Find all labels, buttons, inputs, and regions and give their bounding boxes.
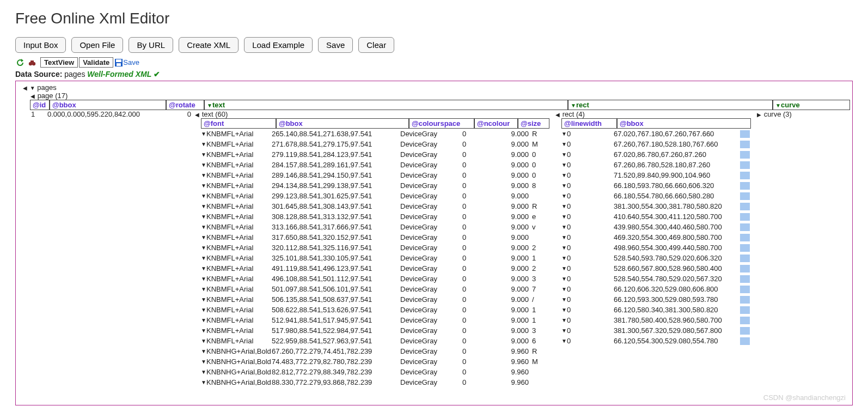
open-file-button[interactable]: Open File (71, 37, 123, 53)
tree-page-row[interactable]: page (17) (30, 92, 850, 100)
expand-icon[interactable] (201, 183, 206, 189)
expand-icon[interactable] (201, 338, 206, 344)
expand-icon[interactable] (561, 141, 567, 147)
rect-row[interactable]: 066.120,580.340,381.300,580.820 (561, 305, 756, 315)
expand-icon[interactable] (201, 214, 206, 220)
rect-row[interactable]: 0528.660,567.800,528.960,580.400 (561, 263, 756, 274)
text-row[interactable]: KNBMFL+Arial299.123,88.541,301.625,97.54… (201, 191, 555, 201)
collapse-icon[interactable] (555, 112, 560, 118)
expand-icon[interactable] (561, 214, 567, 220)
collapse-icon[interactable] (194, 112, 200, 118)
rect-row[interactable]: 0381.300,567.320,529.080,567.800 (561, 325, 756, 336)
expand-icon[interactable] (561, 245, 567, 251)
rect-row[interactable]: 067.020,767.180,67.260,767.660 (561, 129, 756, 139)
rect-row[interactable]: 0439.980,554.300,440.460,580.700 (561, 222, 756, 232)
text-row[interactable]: KNBMFL+Arial294.134,88.541,299.138,97.54… (201, 180, 555, 191)
rect-row[interactable]: 0410.640,554.300,411.120,580.700 (561, 211, 756, 222)
rect-row[interactable]: 067.260,86.780,528.180,87.260 (561, 160, 756, 170)
rect-row[interactable]: 067.020,86.780,67.260,87.260 (561, 149, 756, 160)
expand-icon[interactable] (561, 152, 567, 157)
expand-icon[interactable] (561, 328, 567, 334)
text-row[interactable]: KNBNHG+Arial,Bold74.483,772.279,82.780,7… (201, 356, 555, 367)
text-row[interactable]: KNBMFL+Arial496.108,88.541,501.112,97.54… (201, 274, 555, 284)
text-row[interactable]: KNBMFL+Arial271.678,88.541,279.175,97.54… (201, 139, 555, 149)
expand-icon[interactable] (561, 224, 567, 230)
expand-icon[interactable] (201, 276, 206, 282)
rect-row[interactable]: 0381.780,580.400,528.960,580.700 (561, 315, 756, 325)
expand-icon[interactable] (561, 276, 567, 282)
expand-icon[interactable] (201, 224, 206, 230)
collapse-icon[interactable] (30, 93, 35, 99)
col-size[interactable]: @size (518, 118, 549, 129)
rect-row[interactable]: 071.520,89.840,99.900,104.960 (561, 170, 756, 180)
col-font[interactable]: @font (201, 118, 276, 129)
tree-root-row[interactable]: pages (22, 83, 850, 92)
col-id[interactable]: @id (30, 100, 50, 110)
expand-icon[interactable] (561, 338, 567, 344)
expand-icon[interactable] (201, 369, 206, 375)
expand-icon[interactable] (561, 307, 567, 313)
expand-icon[interactable] (561, 183, 567, 189)
text-node-row[interactable]: text (60) (194, 110, 555, 118)
text-row[interactable]: KNBNHG+Arial,Bold88.330,772.279,93.868,7… (201, 377, 555, 387)
expand-icon[interactable] (756, 112, 762, 118)
text-row[interactable]: KNBMFL+Arial501.097,88.541,506.101,97.54… (201, 284, 555, 294)
text-row[interactable]: KNBNHG+Arial,Bold82.812,772.279,88.349,7… (201, 367, 555, 377)
curve-node-row[interactable]: curve (3) (756, 110, 850, 118)
refresh-icon[interactable] (15, 58, 25, 68)
text-row[interactable]: KNBMFL+Arial265.140,88.541,271.638,97.54… (201, 129, 555, 139)
expand-icon[interactable] (201, 162, 206, 168)
rect-row[interactable]: 0469.320,554.300,469.800,580.700 (561, 232, 756, 243)
rect-row[interactable]: 066.180,554.780,66.660,580.280 (561, 191, 756, 201)
expand-icon[interactable] (561, 131, 567, 137)
text-row[interactable]: KNBMFL+Arial491.119,88.541,496.123,97.54… (201, 263, 555, 274)
text-row[interactable]: KNBMFL+Arial301.645,88.541,308.143,97.54… (201, 201, 555, 211)
text-row[interactable]: KNBMFL+Arial506.135,88.541,508.637,97.54… (201, 294, 555, 305)
expand-icon[interactable] (201, 245, 206, 251)
expand-icon[interactable] (561, 193, 567, 199)
expand-icon[interactable] (201, 348, 206, 354)
create-xml-button[interactable]: Create XML (179, 37, 239, 53)
load-example-button[interactable]: Load Example (244, 37, 313, 53)
text-row[interactable]: KNBMFL+Arial320.112,88.541,325.116,97.54… (201, 243, 555, 253)
textview-tab[interactable]: TextView (40, 57, 78, 68)
text-row[interactable]: KNBMFL+Arial313.166,88.541,317.666,97.54… (201, 222, 555, 232)
expand-icon[interactable] (561, 286, 567, 292)
rect-row[interactable]: 0528.540,554.780,529.020,567.320 (561, 274, 756, 284)
rect-row[interactable]: 0528.540,593.780,529.020,606.320 (561, 253, 756, 263)
expand-icon[interactable] (561, 162, 567, 168)
text-row[interactable]: KNBMFL+Arial517.980,88.541,522.984,97.54… (201, 325, 555, 336)
validate-tab[interactable]: Validate (79, 57, 113, 68)
collapse-icon[interactable] (22, 85, 28, 91)
expand-icon[interactable] (201, 172, 206, 178)
rect-row[interactable]: 066.120,593.300,529.080,593.780 (561, 294, 756, 305)
rect-row[interactable]: 0498.960,554.300,499.440,580.700 (561, 243, 756, 253)
save-link[interactable]: Save (114, 58, 139, 67)
text-row[interactable]: KNBNHG+Arial,Bold67.260,772.279,74.451,7… (201, 346, 555, 356)
col-rect[interactable]: rect (568, 100, 773, 110)
text-row[interactable]: KNBMFL+Arial325.101,88.541,330.105,97.54… (201, 253, 555, 263)
text-row[interactable]: KNBMFL+Arial512.941,88.541,517.945,97.54… (201, 315, 555, 325)
col-bbox[interactable]: @bbox (50, 100, 166, 110)
expand-icon[interactable] (561, 317, 567, 323)
expand-icon[interactable] (201, 152, 206, 157)
rect-row[interactable]: 066.120,554.300,529.080,554.780 (561, 336, 756, 346)
expand-icon[interactable] (561, 203, 567, 209)
expand-icon[interactable] (561, 234, 567, 240)
text-row[interactable]: KNBMFL+Arial522.959,88.541,527.963,97.54… (201, 336, 555, 346)
rect-node-row[interactable]: rect (4) (555, 110, 756, 118)
col-curve[interactable]: curve (773, 100, 850, 110)
expand-icon[interactable] (561, 265, 567, 271)
expand-icon[interactable] (201, 255, 206, 261)
expand-icon[interactable] (201, 193, 206, 199)
text-row[interactable]: KNBMFL+Arial279.119,88.541,284.123,97.54… (201, 149, 555, 160)
text-row[interactable]: KNBMFL+Arial317.650,88.541,320.152,97.54… (201, 232, 555, 243)
text-row[interactable]: KNBMFL+Arial284.157,88.541,289.161,97.54… (201, 160, 555, 170)
expand-icon[interactable] (201, 203, 206, 209)
expand-icon[interactable] (561, 172, 567, 178)
expand-icon[interactable] (201, 328, 206, 334)
expand-icon[interactable] (561, 296, 567, 302)
input-box-button[interactable]: Input Box (15, 37, 66, 53)
expand-icon[interactable] (201, 286, 206, 292)
expand-icon[interactable] (201, 359, 206, 365)
